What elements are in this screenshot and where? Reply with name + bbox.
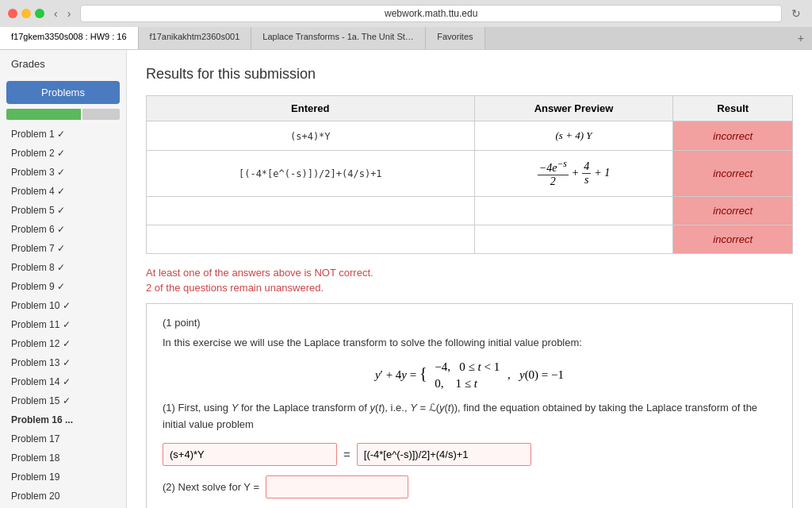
tab-3[interactable]: Laplace Transforms - 1a. The Unit Step F… [251,27,426,49]
sidebar-item-problem-17[interactable]: Problem 17 [0,429,126,448]
progress-bar [6,109,120,120]
warning-text-1: At least one of the answers above is NOT… [146,267,793,279]
progress-gray [82,109,120,120]
step1-section: (1) First, using Y for the Laplace trans… [163,400,776,466]
close-window-button[interactable] [8,9,17,18]
step1-inputs: = [163,443,776,466]
step1-left-input[interactable] [163,443,337,466]
step2-section: (2) Next solve for Y = [163,475,776,498]
address-bar[interactable]: webwork.math.ttu.edu [80,5,782,22]
back-button[interactable]: ‹ [51,6,61,21]
step1-right-input[interactable] [357,443,531,466]
progress-green [6,109,81,120]
sidebar-item-problem-7[interactable]: Problem 7 ✓ [0,239,126,258]
results-table: Entered Answer Preview Result (s+4)*Y (s… [146,95,793,254]
problems-button[interactable]: Problems [6,81,120,104]
sidebar-item-problem-14[interactable]: Problem 14 ✓ [0,372,126,391]
preview-cell-3 [474,196,673,225]
new-tab-button[interactable]: + [790,27,812,49]
sidebar-item-problem-4[interactable]: Problem 4 ✓ [0,182,126,201]
step2-label: (2) Next solve for Y = [163,481,259,493]
tab-active[interactable]: f17gkem3350s008 : HW9 : 16 [0,27,139,49]
table-row: [(-4*[e^(-s)])/2]+(4/s)+1 −4e−s 2 + [147,151,793,197]
problem-points: (1 point) [163,317,776,329]
grades-link[interactable]: Grades [0,50,126,78]
sidebar-item-problem-6[interactable]: Problem 6 ✓ [0,220,126,239]
entered-value-1: (s+4)*Y [290,131,331,142]
sidebar-item-problem-13[interactable]: Problem 13 ✓ [0,353,126,372]
title-bar: ‹ › webwork.math.ttu.edu ↻ [0,0,812,27]
sidebar-item-problem-12[interactable]: Problem 12 ✓ [0,334,126,353]
table-row: incorrect [147,196,793,225]
result-cell-4: incorrect [673,225,793,253]
minimize-window-button[interactable] [21,9,31,18]
table-row: (s+4)*Y (s + 4) Y incorrect [147,121,793,151]
step2-y-input[interactable] [266,475,408,498]
page-title: Results for this submission [146,66,793,83]
sidebar-item-problem-16[interactable]: Problem 16 ... [0,410,126,429]
sidebar-item-problem-5[interactable]: Problem 5 ✓ [0,201,126,220]
maximize-window-button[interactable] [35,9,44,18]
sidebar: Grades Problems Problem 1 ✓ Problem 2 ✓ … [0,50,127,508]
problem-box: (1 point) In this exercise we will use t… [146,303,793,508]
col-header-entered: Entered [147,96,475,121]
sidebar-item-problem-19[interactable]: Problem 19 [0,468,126,487]
tab-favorites[interactable]: Favorites [426,27,485,49]
sidebar-item-problem-8[interactable]: Problem 8 ✓ [0,258,126,277]
ivp-formula: y′ + 4y = { −4, 0 ≤ t < 1 0, 1 ≤ t , y(0… [163,360,776,391]
result-cell-1: incorrect [673,121,793,151]
tab-2[interactable]: f17anikakhtm2360s001 [139,27,252,49]
preview-cell-1: (s + 4) Y [474,121,673,151]
warning-text-2: 2 of the questions remain unanswered. [146,282,793,294]
app-container: Grades Problems Problem 1 ✓ Problem 2 ✓ … [0,50,812,508]
col-header-preview: Answer Preview [474,96,673,121]
reload-button[interactable]: ↻ [788,6,804,21]
entered-cell-3 [147,196,475,225]
col-header-result: Result [673,96,793,121]
sidebar-item-problem-11[interactable]: Problem 11 ✓ [0,315,126,334]
sidebar-item-problem-9[interactable]: Problem 9 ✓ [0,277,126,296]
forward-button[interactable]: › [64,6,75,21]
sidebar-item-problem-3[interactable]: Problem 3 ✓ [0,163,126,182]
sidebar-item-problem-10[interactable]: Problem 10 ✓ [0,296,126,315]
result-cell-2: incorrect [673,151,793,197]
step1-description: (1) First, using Y for the Laplace trans… [163,400,776,433]
preview-cell-2: −4e−s 2 + 4 s + 1 [474,151,673,197]
result-cell-3: incorrect [673,196,793,225]
sidebar-item-problem-18[interactable]: Problem 18 [0,448,126,468]
sidebar-item-problem-1[interactable]: Problem 1 ✓ [0,125,126,144]
step2-inputs: (2) Next solve for Y = [163,475,776,498]
entered-cell-4 [147,225,475,253]
sidebar-item-problem-2[interactable]: Problem 2 ✓ [0,144,126,163]
entered-cell-1: (s+4)*Y [147,121,475,151]
window-buttons[interactable] [8,9,44,18]
main-content: Results for this submission Entered Answ… [127,50,812,508]
nav-buttons[interactable]: ‹ › [51,6,74,21]
preview-cell-4 [474,225,673,253]
tab-bar: f17gkem3350s008 : HW9 : 16 f17anikakhtm2… [0,27,812,49]
entered-value-2: [(-4*[e^(-s)])/2]+(4/s)+1 [239,168,382,179]
problem-description: In this exercise we will use the Laplace… [163,335,776,352]
entered-cell-2: [(-4*[e^(-s)])/2]+(4/s)+1 [147,151,475,197]
sidebar-item-problem-15[interactable]: Problem 15 ✓ [0,391,126,410]
table-row: incorrect [147,225,793,253]
browser-chrome: ‹ › webwork.math.ttu.edu ↻ f17gkem3350s0… [0,0,812,50]
preview-value-1: (s + 4) Y [556,129,592,141]
sidebar-item-problem-20[interactable]: Problem 20 [0,487,126,506]
equals-sign-1: = [343,448,350,461]
preview-value-2: −4e−s 2 + 4 s + 1 [538,162,611,174]
